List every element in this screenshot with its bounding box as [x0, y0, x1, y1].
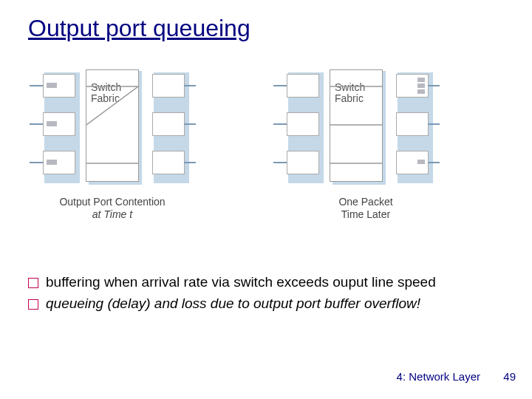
bullet-icon — [28, 299, 38, 310]
switch-fabric: Switch Fabric — [330, 69, 383, 182]
output-port — [152, 151, 185, 174]
output-port — [152, 112, 185, 136]
diagram-left: Switch Fabric — [30, 66, 236, 200]
input-port — [287, 74, 319, 98]
diagram-area: Switch Fabric Switch Fabric — [30, 66, 488, 244]
bullet-item: buffering when arrival rate via switch e… — [28, 273, 501, 292]
input-port — [43, 74, 75, 98]
output-port — [396, 112, 429, 136]
svg-line-1 — [86, 86, 138, 125]
caption-right: One Packet Time Later — [292, 196, 440, 221]
input-port — [43, 151, 75, 174]
output-port — [152, 74, 185, 98]
slide-title: Output port queueing — [28, 15, 250, 42]
input-port — [287, 151, 319, 174]
output-port — [396, 151, 429, 174]
diagram-right: Switch Fabric — [273, 66, 480, 200]
bullet-text: buffering when arrival rate via switch e… — [46, 273, 436, 292]
footer-text: 4: Network Layer — [397, 370, 480, 383]
input-port — [287, 112, 319, 136]
switch-fabric: Switch Fabric — [86, 69, 139, 182]
bullet-text: queueing (delay) and loss due to output … — [46, 295, 420, 313]
page-number: 49 — [503, 370, 516, 383]
caption-left: Output Port Contention at Time t — [38, 196, 186, 221]
bullet-icon — [28, 278, 38, 288]
input-port — [43, 112, 75, 136]
output-port — [396, 74, 429, 98]
bullet-list: buffering when arrival rate via switch e… — [28, 273, 501, 316]
bullet-item: queueing (delay) and loss due to output … — [28, 295, 501, 313]
